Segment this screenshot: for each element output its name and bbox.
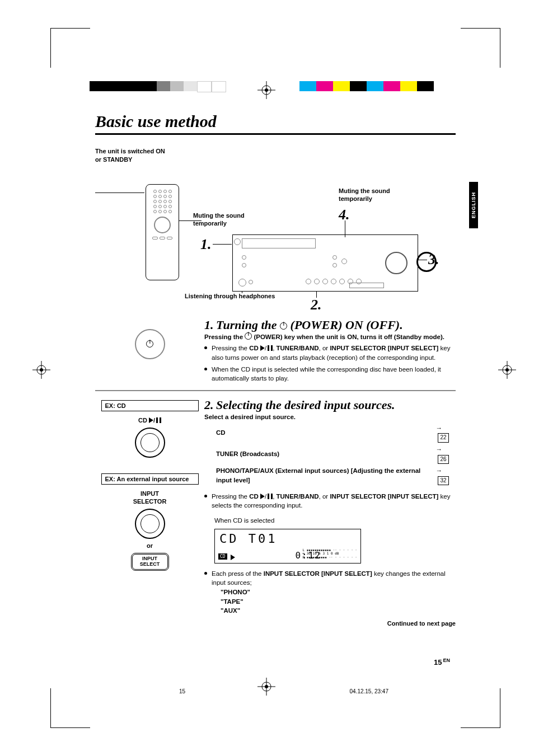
step1-bullet2: When the CD input is selected while the …: [204, 365, 456, 383]
play-icon: [260, 494, 265, 499]
lcd-play-icon: [231, 555, 235, 561]
svg-point-7: [40, 368, 43, 372]
lcd-main: CD T01: [219, 532, 277, 546]
callout-standby: The unit is switched ON or STANDBY: [95, 147, 168, 165]
step2-bullet2: Each press of the INPUT SELECTOR [INPUT …: [204, 569, 456, 616]
step2-select-header: Select a desired input source.: [204, 412, 456, 422]
page-number: 15EN: [434, 658, 450, 666]
crop-mark: [461, 688, 500, 728]
step1-illustration: [95, 318, 204, 383]
registration-mark-icon: [257, 81, 275, 99]
ex-ext-box: EX: An external input source: [101, 473, 199, 485]
continued-label: Continued to next page: [204, 620, 456, 627]
registration-mark-icon: [32, 361, 50, 379]
colorbar-left: [90, 81, 226, 91]
callout-num-1: 1.: [200, 236, 212, 253]
cd-knob-icon: [135, 428, 165, 458]
step1-heading: 1. Turning the (POWER) ON (OFF).: [204, 318, 456, 332]
callout-num-4: 4.: [339, 206, 350, 223]
ex-cd-box: EX: CD: [101, 400, 199, 411]
step1-lead: Pressing the (POWER) key when the unit i…: [204, 332, 456, 342]
pause-icon: [156, 417, 161, 423]
callout-mute-remote: Muting the sound temporarily: [193, 212, 260, 228]
step-divider: [95, 390, 456, 391]
registration-mark-icon: [498, 361, 516, 379]
power-icon: [280, 322, 287, 330]
play-icon: [260, 345, 265, 351]
cd-control-label: CD /: [95, 417, 204, 424]
when-cd-label: When CD is selected: [214, 516, 456, 525]
callout-mute-unit: Muting the sound temporarily: [339, 187, 400, 203]
unit-illustration: [232, 234, 418, 292]
lcd-display: CD T01 CD 0:12 L ▪▪▪▪▪▪▪▪▪▪▪▪ ·· · · · ·…: [214, 529, 361, 564]
input-selector-label: INPUT SELECTOR: [95, 490, 204, 505]
input-select-button-icon: INPUT SELECT: [131, 553, 169, 571]
step2-heading: 2. Selecting the desired input sources.: [204, 398, 456, 412]
crop-mark: [461, 28, 500, 68]
print-footer: 15 04.12.15, 23:47: [179, 688, 388, 694]
language-tab: ENGLISH: [469, 182, 478, 228]
remote-illustration: [146, 184, 179, 280]
step1-bullet1: Pressing the CD /, TUNER/BAND, or INPUT …: [204, 344, 456, 362]
step2-illustration: EX: CD CD / EX: An external input source…: [95, 398, 204, 627]
play-icon: [149, 417, 153, 423]
lcd-meter: L ▪▪▪▪▪▪▪▪▪▪▪▪ ·· · · · · · ∞ 30 10 5 3 …: [302, 548, 357, 560]
input-sources-list: CD→22TUNER (Broadcasts)→26PHONO/TAPE/AUX…: [214, 422, 456, 487]
power-icon: [245, 332, 252, 340]
title-rule: [95, 133, 456, 135]
step2-bullet1: Pressing the CD /, TUNER/BAND, or INPUT …: [204, 492, 456, 510]
colorbar-right: [299, 81, 434, 91]
crop-mark: [50, 688, 90, 728]
crop-mark: [50, 28, 90, 68]
lcd-badge: CD: [218, 553, 227, 560]
svg-point-11: [505, 368, 509, 372]
or-label: or: [95, 542, 204, 550]
section-title: Basic use method: [95, 112, 456, 131]
input-selector-knob-icon: [135, 509, 165, 539]
callout-headphones: Listening through headphones: [185, 292, 275, 300]
pause-icon: [268, 494, 273, 499]
top-diagram: Muting the sound temporarily 1. Muting t…: [95, 165, 437, 310]
power-icon: [146, 340, 153, 348]
svg-point-3: [265, 88, 268, 92]
callout-num-2: 2.: [311, 297, 322, 313]
pause-icon: [268, 345, 273, 351]
